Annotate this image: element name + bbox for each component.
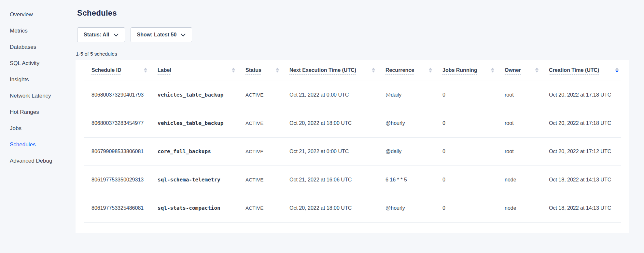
column-header-label[interactable]: Label [150,60,238,81]
table-row: 806800373290401793 vehicles_table_backup… [84,81,621,109]
cell-jobs-running: 0 [435,81,497,109]
table-row: 806197753325486081 sql-stats-compaction … [84,194,621,222]
sidebar-item-advanced-debug[interactable]: Advanced Debug [0,153,76,169]
cell-schedule-id: 806800373283454977 [84,109,150,137]
cell-owner: root [497,81,541,109]
show-filter-dropdown[interactable]: Show: Latest 50 [131,27,192,42]
cell-next-execution-time: Oct 21, 2022 at 0:00 UTC [282,137,378,166]
sidebar-item-label: SQL Activity [10,60,39,67]
cell-owner: node [497,166,541,194]
sidebar-item-network-latency[interactable]: Network Latency [0,88,76,104]
sidebar-item-label: Jobs [10,125,21,132]
cell-creation-time: Oct 18, 2022 at 14:13 UTC [541,194,621,222]
sort-icon [429,68,432,73]
sidebar-item-schedules[interactable]: Schedules [0,137,76,153]
cell-recurrence: @hourly [378,194,435,222]
sidebar-item-label: Schedules [10,141,35,148]
cell-next-execution-time: Oct 21, 2022 at 0:00 UTC [282,81,378,109]
cell-creation-time: Oct 20, 2022 at 17:12 UTC [541,137,621,166]
column-header-recurrence[interactable]: Recurrence [378,60,435,81]
sort-icon [615,68,619,73]
cell-next-execution-time: Oct 20, 2022 at 18:00 UTC [282,194,378,222]
results-count: 1-5 of 5 schedules [76,51,629,57]
cell-label: sql-schema-telemetry [150,166,238,194]
cell-schedule-id: 806197753325486081 [84,194,150,222]
sidebar-item-label: Metrics [10,28,28,34]
cell-schedule-id: 806800373290401793 [84,81,150,109]
sidebar-item-label: Advanced Debug [10,158,52,164]
cell-owner: root [497,137,541,166]
sidebar-item-jobs[interactable]: Jobs [0,120,76,137]
cell-status: ACTIVE [238,109,282,137]
column-header-owner[interactable]: Owner [497,60,541,81]
sort-icon [144,68,147,73]
cell-status: ACTIVE [238,81,282,109]
show-filter-label: Show: Latest 50 [137,32,177,38]
column-header-schedule-id[interactable]: Schedule ID [84,60,150,81]
table-row: 806799098533806081 core_full_backups ACT… [84,137,621,166]
column-header-creation-time[interactable]: Creation Time (UTC) [541,60,621,81]
sidebar-item-label: Hot Ranges [10,109,39,115]
sidebar-item-insights[interactable]: Insights [0,72,76,88]
cell-schedule-id: 806799098533806081 [84,137,150,166]
status-filter-label: Status: All [84,32,109,38]
cell-creation-time: Oct 20, 2022 at 17:18 UTC [541,81,621,109]
sidebar-item-label: Insights [10,76,29,83]
sidebar-item-label: Network Latency [10,93,51,99]
cell-label: vehicles_table_backup [150,81,238,109]
sidebar-item-databases[interactable]: Databases [0,39,76,55]
sidebar-item-sql-activity[interactable]: SQL Activity [0,55,76,72]
cell-owner: root [497,109,541,137]
cell-next-execution-time: Oct 21, 2022 at 16:06 UTC [282,166,378,194]
cell-label: vehicles_table_backup [150,109,238,137]
chevron-down-icon [181,33,186,37]
cell-jobs-running: 0 [435,109,497,137]
schedules-table-card: Schedule ID Label Status Next Execution … [76,60,629,233]
cell-jobs-running: 0 [435,194,497,222]
table-row: 806197753350029313 sql-schema-telemetry … [84,166,621,194]
sidebar-item-metrics[interactable]: Metrics [0,23,76,39]
sort-icon [232,68,235,73]
cell-jobs-running: 0 [435,137,497,166]
sidebar: Overview Metrics Databases SQL Activity … [0,0,76,253]
cell-next-execution-time: Oct 20, 2022 at 18:00 UTC [282,109,378,137]
sort-icon [535,68,539,73]
cell-creation-time: Oct 20, 2022 at 17:18 UTC [541,109,621,137]
sort-icon [491,68,494,73]
sidebar-item-hot-ranges[interactable]: Hot Ranges [0,104,76,120]
cell-owner: node [497,194,541,222]
sidebar-item-label: Databases [10,44,36,50]
cell-status: ACTIVE [238,137,282,166]
filter-bar: Status: All Show: Latest 50 [77,27,629,42]
cell-jobs-running: 0 [435,166,497,194]
cell-label: core_full_backups [150,137,238,166]
cell-recurrence: 6 16 * * 5 [378,166,435,194]
schedules-page: Schedules Status: All Show: Latest 50 1-… [76,0,629,233]
cell-status: ACTIVE [238,166,282,194]
sidebar-item-overview[interactable]: Overview [0,7,76,23]
column-header-next-execution-time[interactable]: Next Execution Time (UTC) [282,60,378,81]
schedules-table: Schedule ID Label Status Next Execution … [84,60,621,222]
column-header-status[interactable]: Status [238,60,282,81]
sidebar-item-label: Overview [10,11,33,18]
sort-icon [372,68,375,73]
cell-schedule-id: 806197753350029313 [84,166,150,194]
table-header-row: Schedule ID Label Status Next Execution … [84,60,621,81]
cell-recurrence: @daily [378,137,435,166]
table-row: 806800373283454977 vehicles_table_backup… [84,109,621,137]
chevron-down-icon [114,33,119,37]
column-header-jobs-running[interactable]: Jobs Running [435,60,497,81]
cell-creation-time: Oct 18, 2022 at 14:13 UTC [541,166,621,194]
cell-status: ACTIVE [238,194,282,222]
status-filter-dropdown[interactable]: Status: All [77,27,125,42]
cell-recurrence: @daily [378,81,435,109]
page-title: Schedules [77,8,629,18]
cell-label: sql-stats-compaction [150,194,238,222]
cell-recurrence: @hourly [378,109,435,137]
sort-icon [276,68,279,73]
